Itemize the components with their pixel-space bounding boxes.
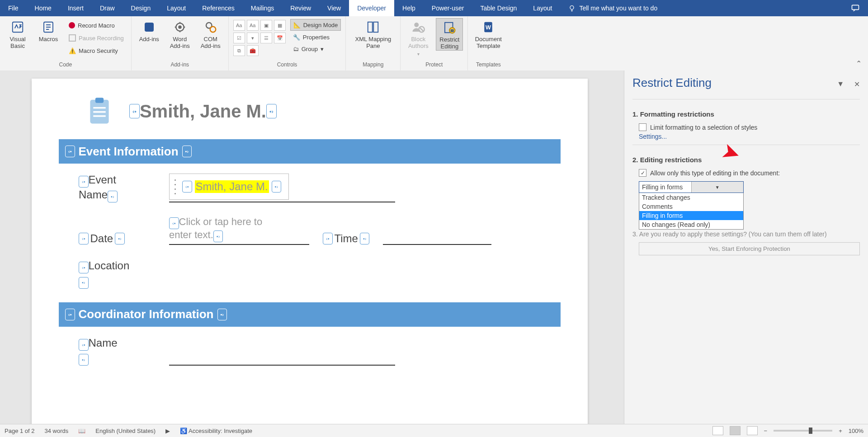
zoom-level[interactable]: 100% xyxy=(849,428,863,434)
tab-insert[interactable]: Insert xyxy=(60,0,92,16)
section-event-information: ‹• Event Information •› xyxy=(59,139,561,164)
checkbox-icon xyxy=(639,123,646,131)
status-language[interactable]: English (United States) xyxy=(95,428,156,434)
collapse-ribbon-button[interactable]: ⌃ xyxy=(856,59,862,68)
field-event-name[interactable]: ‹• Smith, Jane M. •› xyxy=(169,174,395,202)
cc-start-tag-icon: ‹• xyxy=(169,217,179,229)
ribbon-group-controls: Aa Aa ▣ ▦ ☑ ▾ ☰ 📅 ⧉ 🧰 📐Design Mode 🔧Prop… xyxy=(229,16,346,70)
tab-power-user[interactable]: Power-user xyxy=(424,0,472,16)
lightbulb-icon xyxy=(568,5,576,12)
zoom-in-button[interactable]: + xyxy=(839,428,842,434)
page[interactable]: ‹• Smith, Jane M. •› ‹• Event Informatio… xyxy=(32,79,588,424)
settings-link[interactable]: Settings... xyxy=(639,133,860,140)
view-print-layout[interactable] xyxy=(730,426,741,435)
tell-me-search[interactable]: Tell me what you want to do xyxy=(560,0,665,16)
plain-text-control-icon[interactable]: Aa xyxy=(247,20,259,31)
svg-rect-19 xyxy=(95,98,104,103)
warning-icon: ⚠️ xyxy=(69,47,76,54)
restrict-editing-button[interactable]: Restrict Editing xyxy=(436,18,463,51)
cc-start-tag-icon: ‹• xyxy=(79,176,89,188)
view-web-layout[interactable] xyxy=(747,426,758,435)
tab-layout[interactable]: Layout xyxy=(159,0,194,16)
editing-type-dropdown[interactable]: Tracked changes Comments Filling in form… xyxy=(639,193,744,230)
pane-close-button[interactable]: ✕ xyxy=(854,80,860,89)
repeating-control-icon[interactable]: ⧉ xyxy=(233,45,245,56)
com-addins-button[interactable]: COM Add-ins xyxy=(198,18,224,50)
word-addins-button[interactable]: Word Add-ins xyxy=(167,18,193,50)
macro-record-status-icon[interactable]: ▶ xyxy=(165,428,170,434)
cc-drag-handle-icon[interactable] xyxy=(172,178,178,196)
macros-button[interactable]: Macros xyxy=(35,18,61,43)
picture-control-icon[interactable]: ▣ xyxy=(260,20,272,31)
status-word-count[interactable]: 34 words xyxy=(45,428,69,434)
tab-help[interactable]: Help xyxy=(394,0,424,16)
pane-menu-button[interactable]: ▼ xyxy=(837,80,844,89)
combo-control-icon[interactable]: ▾ xyxy=(247,33,259,43)
option-comments[interactable]: Comments xyxy=(639,202,743,211)
start-enforcing-button[interactable]: Yes, Start Enforcing Protection xyxy=(639,242,860,255)
zoom-out-button[interactable]: − xyxy=(764,428,768,434)
field-name[interactable] xyxy=(169,345,395,366)
document-title[interactable]: ‹• Smith, Jane M. •› xyxy=(129,101,277,122)
svg-point-0 xyxy=(570,6,574,9)
macros-icon xyxy=(41,20,56,34)
editing-type-combobox[interactable]: Filling in forms ▼ xyxy=(639,181,744,193)
tell-me-label: Tell me what you want to do xyxy=(579,5,657,12)
ribbon-group-addins: Add-ins Word Add-ins COM Add-ins Add-ins xyxy=(132,16,229,70)
tab-home[interactable]: Home xyxy=(27,0,60,16)
svg-rect-22 xyxy=(93,115,105,117)
svg-rect-9 xyxy=(368,22,373,33)
building-block-control-icon[interactable]: ▦ xyxy=(274,20,286,31)
macro-security-button[interactable]: ⚠️Macro Security xyxy=(66,45,127,56)
group-button[interactable]: 🗂Group ▾ xyxy=(290,43,341,54)
tab-draw[interactable]: Draw xyxy=(92,0,123,16)
rich-text-control-icon[interactable]: Aa xyxy=(233,20,245,31)
cc-start-tag-icon: ‹• xyxy=(129,104,140,118)
date-control-icon[interactable]: 📅 xyxy=(274,33,286,43)
event-name-value[interactable]: Smith, Jane M. xyxy=(195,180,269,193)
dropdown-control-icon[interactable]: ☰ xyxy=(260,33,272,43)
tab-references[interactable]: References xyxy=(194,0,243,16)
field-date[interactable]: ‹•Click or tap here to enter text.•› xyxy=(169,216,309,245)
visual-basic-button[interactable]: Visual Basic xyxy=(5,18,31,50)
cc-start-tag-icon: ‹• xyxy=(79,233,89,244)
checkbox-allow-only[interactable]: ✓ Allow only this type of editing in the… xyxy=(639,169,860,177)
checkbox-control-icon[interactable]: ☑ xyxy=(233,33,245,43)
cc-end-tag-icon: •› xyxy=(217,309,227,320)
tab-mailings[interactable]: Mailings xyxy=(243,0,282,16)
zoom-slider[interactable] xyxy=(774,430,832,432)
tab-table-design[interactable]: Table Design xyxy=(472,0,525,16)
spellcheck-icon[interactable]: 📖 xyxy=(78,428,85,434)
cc-end-tag-icon: •› xyxy=(266,104,277,118)
content-control-event-name[interactable]: ‹• Smith, Jane M. •› xyxy=(169,174,289,200)
properties-button[interactable]: 🔧Properties xyxy=(290,32,341,42)
cc-start-tag-icon: ‹• xyxy=(323,233,333,244)
legacy-tools-icon[interactable]: 🧰 xyxy=(247,45,259,56)
status-accessibility[interactable]: ♿ Accessibility: Investigate xyxy=(180,428,252,434)
tab-design[interactable]: Design xyxy=(123,0,159,16)
record-macro-button[interactable]: Record Macro xyxy=(66,20,127,31)
option-filling-in-forms[interactable]: Filling in forms xyxy=(639,211,743,220)
field-time[interactable] xyxy=(383,224,491,245)
tab-view[interactable]: View xyxy=(319,0,349,16)
heading-formatting-restrictions: 1. Formatting restrictions xyxy=(632,110,860,118)
option-no-changes[interactable]: No changes (Read only) xyxy=(639,220,743,229)
cc-start-tag-icon: ‹• xyxy=(79,339,89,351)
tab-table-layout[interactable]: Layout xyxy=(525,0,560,16)
tab-review[interactable]: Review xyxy=(282,0,319,16)
label-time: ‹•Time•› xyxy=(323,232,369,245)
checkbox-limit-formatting[interactable]: Limit formatting to a selection of style… xyxy=(639,123,860,131)
apply-settings-text: Are you ready to apply these settings? (… xyxy=(639,230,827,238)
design-mode-toggle[interactable]: 📐Design Mode xyxy=(290,19,341,31)
option-tracked-changes[interactable]: Tracked changes xyxy=(639,193,743,202)
tab-file[interactable]: File xyxy=(0,0,27,16)
comments-button[interactable] xyxy=(843,0,868,16)
document-template-button[interactable]: WDocument Template xyxy=(472,18,504,50)
controls-gallery[interactable]: Aa Aa ▣ ▦ ☑ ▾ ☰ 📅 ⧉ 🧰 xyxy=(233,18,286,56)
status-page[interactable]: Page 1 of 2 xyxy=(5,428,35,434)
addins-button[interactable]: Add-ins xyxy=(136,18,162,43)
tab-developer[interactable]: Developer xyxy=(349,0,394,16)
view-read-mode[interactable] xyxy=(712,426,723,435)
xml-mapping-button[interactable]: XML Mapping Pane xyxy=(350,18,396,50)
document-pane[interactable]: ‹• Smith, Jane M. •› ‹• Event Informatio… xyxy=(0,70,624,424)
